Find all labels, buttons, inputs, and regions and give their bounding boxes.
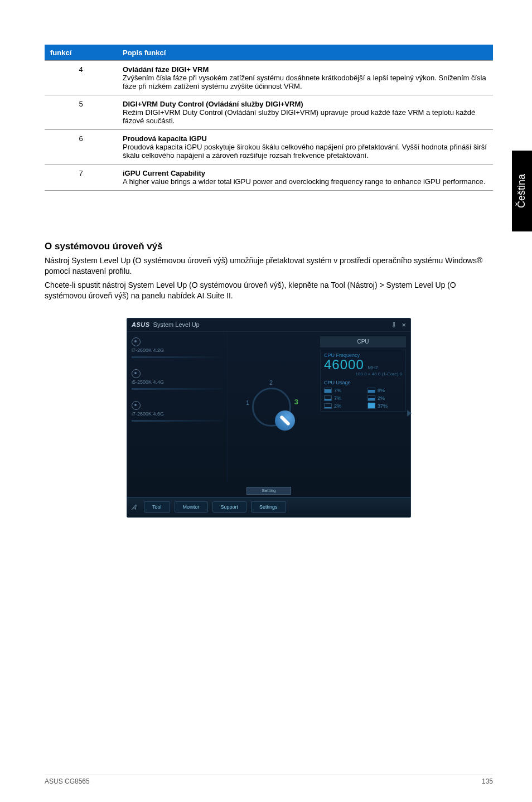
setting-button[interactable]: Setting bbox=[246, 487, 291, 495]
cpu-usage-label: CPU Usage bbox=[324, 380, 402, 385]
profile-bar bbox=[132, 356, 223, 358]
dial-panel: 1 2 3 bbox=[228, 332, 316, 482]
row-desc: iGPU Current Capability A higher value b… bbox=[117, 165, 493, 191]
footer-product: ASUS CG8565 bbox=[45, 777, 90, 785]
close-icon[interactable]: × bbox=[402, 321, 406, 329]
bar-icon bbox=[324, 388, 332, 393]
cpu-header: CPU bbox=[320, 336, 406, 347]
bar-icon bbox=[367, 395, 375, 401]
setting-button-label: Setting bbox=[262, 488, 276, 493]
profile-label: i7-2600K 4.6G bbox=[132, 411, 223, 417]
dial-level-2: 2 bbox=[269, 379, 273, 386]
core-usage: 2% bbox=[367, 395, 402, 401]
profile-list: i7-2600K 4.2G i5-2500K 4.4G i7-2600K 4.6… bbox=[127, 332, 228, 482]
language-side-tab-label: Čeština bbox=[516, 174, 528, 208]
footer-page-number: 135 bbox=[482, 777, 493, 785]
profile-item[interactable]: i7-2600K 4.6G bbox=[132, 401, 223, 422]
pin-icon[interactable]: ⇩ bbox=[391, 321, 397, 329]
section-paragraph: Nástroj System Level Up (O systémovou úr… bbox=[45, 255, 493, 277]
table-row: 7 iGPU Current Capability A higher value… bbox=[45, 165, 493, 191]
chevron-right-icon[interactable] bbox=[407, 410, 412, 417]
target-icon bbox=[132, 337, 141, 346]
target-icon bbox=[132, 369, 141, 378]
bar-icon bbox=[367, 388, 375, 393]
profile-label: i5-2500K 4.4G bbox=[132, 379, 223, 385]
titlebar-logo: ASUS bbox=[132, 321, 150, 328]
core-pct: 7% bbox=[334, 395, 341, 401]
level-dial[interactable]: 1 2 3 bbox=[252, 388, 291, 427]
row-body: Režim DIGI+VRM Duty Control (Ovládání sl… bbox=[123, 108, 475, 125]
row-num: 5 bbox=[45, 95, 117, 130]
row-title: Proudová kapacita iGPU bbox=[123, 134, 207, 143]
wand-icon bbox=[275, 410, 295, 431]
core-usage: 7% bbox=[324, 388, 359, 393]
section-paragraph: Chcete-li spustit nástroj System Level U… bbox=[45, 280, 493, 301]
app-window: ASUS System Level Up ⇩ × i7-2600K 4.2G bbox=[127, 318, 411, 518]
cpu-freq-panel: CPU Frequency 46000 MHz 100.0 × 46.0 (1-… bbox=[320, 350, 406, 412]
cpu-freq-unit: MHz bbox=[368, 365, 379, 370]
core-pct: 8% bbox=[378, 388, 385, 393]
bar-icon bbox=[324, 395, 332, 401]
table-header-num: funkcí bbox=[45, 45, 117, 61]
titlebar-title: System Level Up bbox=[153, 321, 200, 328]
row-body: Proudová kapacita iGPU poskytuje širokou… bbox=[123, 143, 487, 160]
core-pct: 37% bbox=[378, 403, 388, 409]
bottombar-tab-monitor[interactable]: Monitor bbox=[175, 501, 208, 513]
row-body: Zvýšením čísla fáze při vysokém zatížení… bbox=[123, 74, 486, 90]
profile-item[interactable]: i5-2500K 4.4G bbox=[132, 369, 223, 390]
profile-bar bbox=[132, 420, 223, 422]
row-title: iGPU Current Capability bbox=[123, 169, 205, 177]
bottombar-tab-settings[interactable]: Settings bbox=[251, 501, 286, 513]
table-header-desc: Popis funkcí bbox=[117, 45, 493, 61]
target-icon bbox=[132, 401, 141, 410]
asus-logo-icon: 𝘈 bbox=[132, 503, 136, 512]
row-desc: Ovládání fáze DIGI+ VRM Zvýšením čísla f… bbox=[117, 61, 493, 95]
bar-icon bbox=[324, 403, 332, 409]
row-title: DIGI+VRM Duty Control (Ovládání služby D… bbox=[123, 100, 303, 108]
bottombar-tab-tool[interactable]: Tool bbox=[144, 501, 170, 513]
profile-bar bbox=[132, 388, 223, 390]
dial-level-3: 3 bbox=[294, 398, 298, 406]
function-table: funkcí Popis funkcí 4 Ovládání fáze DIGI… bbox=[45, 45, 493, 191]
row-body: A higher value brings a wider total iGPU… bbox=[123, 177, 485, 186]
row-title: Ovládání fáze DIGI+ VRM bbox=[123, 65, 209, 74]
app-bottombar: 𝘈 Tool Monitor Support Settings bbox=[127, 497, 410, 517]
core-pct: 2% bbox=[378, 395, 385, 401]
page-footer: ASUS CG8565 135 bbox=[45, 775, 493, 785]
language-side-tab: Čeština bbox=[512, 151, 532, 231]
row-desc: DIGI+VRM Duty Control (Ovládání služby D… bbox=[117, 95, 493, 130]
row-desc: Proudová kapacita iGPU Proudová kapacita… bbox=[117, 130, 493, 165]
table-row: 5 DIGI+VRM Duty Control (Ovládání služby… bbox=[45, 95, 493, 130]
row-num: 4 bbox=[45, 61, 117, 95]
cpu-panel: CPU CPU Frequency 46000 MHz 100.0 × 46.0… bbox=[316, 332, 410, 482]
core-pct: 7% bbox=[334, 388, 341, 393]
bottombar-tab-support[interactable]: Support bbox=[212, 501, 247, 513]
core-pct: 2% bbox=[334, 403, 341, 409]
dial-level-1: 1 bbox=[246, 399, 249, 406]
profile-item[interactable]: i7-2600K 4.2G bbox=[132, 337, 223, 358]
app-screenshot: ASUS System Level Up ⇩ × i7-2600K 4.2G bbox=[45, 318, 493, 518]
cpu-freq-value: 46000 bbox=[324, 357, 364, 372]
row-num: 7 bbox=[45, 165, 117, 191]
core-usage: 7% bbox=[324, 395, 359, 401]
core-usage: 2% bbox=[324, 403, 359, 409]
table-row: 6 Proudová kapacita iGPU Proudová kapaci… bbox=[45, 130, 493, 165]
app-titlebar: ASUS System Level Up ⇩ × bbox=[127, 318, 410, 332]
section-heading: O systémovou úroveň výš bbox=[45, 241, 493, 252]
core-usage: 37% bbox=[367, 403, 402, 409]
core-usage: 8% bbox=[367, 388, 402, 393]
bar-icon bbox=[367, 403, 375, 409]
table-row: 4 Ovládání fáze DIGI+ VRM Zvýšením čísla… bbox=[45, 61, 493, 95]
profile-label: i7-2600K 4.2G bbox=[132, 347, 223, 353]
row-num: 6 bbox=[45, 130, 117, 165]
cpu-freq-sub: 100.0 × 46.0 (1-Core) 0 bbox=[324, 371, 402, 376]
